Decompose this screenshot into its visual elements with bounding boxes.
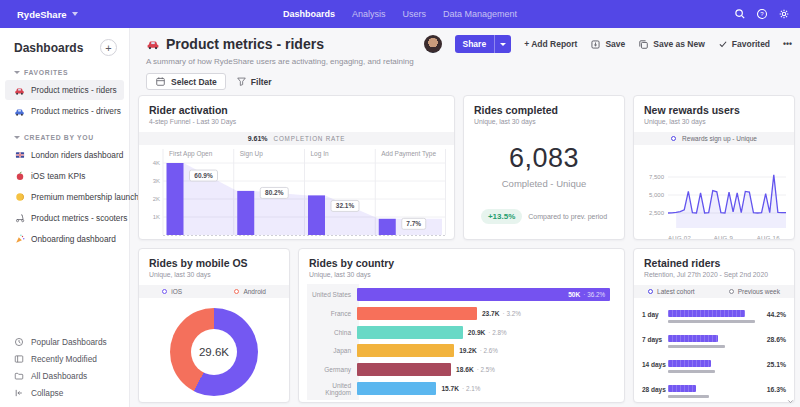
sidebar-footer-all-dashboards[interactable]: All Dashboards [0, 367, 129, 384]
sidebar-item-product-metrics-scooters[interactable]: Product metrics - scooters [5, 208, 124, 228]
share-dropdown-caret[interactable] [494, 35, 511, 53]
retention-row-1-day[interactable]: 1 day44.2% [642, 310, 786, 326]
retention-chart[interactable]: 1 day44.2%7 days28.6%14 days25.1%28 days… [634, 304, 794, 403]
save-label: Save [605, 39, 625, 49]
bar[interactable] [357, 307, 477, 320]
sidebar-item-premium-membership-launch[interactable]: Premium membership launch [5, 187, 124, 207]
nav-icons: ? [733, 0, 790, 28]
nav-tab-dashboards[interactable]: Dashboards [283, 9, 335, 19]
sidebar-item-onboarding-dashboard[interactable]: Onboarding dashboard [5, 229, 124, 249]
nav-tab-users[interactable]: Users [402, 9, 426, 19]
nav-tab-analysis[interactable]: Analysis [352, 9, 386, 19]
series-ring-icon [671, 136, 676, 141]
country-row-japan[interactable]: Japan19.2K· 2.6% [307, 344, 498, 357]
cohort-label: 28 days [642, 386, 666, 393]
sidebar-footer-recently-modified[interactable]: Recently Modified [0, 350, 129, 367]
donut-chart[interactable]: 29.6K [170, 308, 258, 396]
scroll-chevron-icon[interactable] [786, 397, 795, 406]
previous-week-bar[interactable] [668, 395, 709, 398]
nav-tab-data-management[interactable]: Data Management [443, 9, 517, 19]
funnel-chart[interactable]: 4K3K2K1KFirst App OpenSign UpLog InAdd P… [139, 145, 454, 239]
svg-text:7,500: 7,500 [649, 174, 665, 180]
footer-item-label: All Dashboards [31, 371, 87, 381]
sidebar: Dashboards + FAVORITESProduct metrics - … [0, 28, 130, 407]
country-row-united-kingdom[interactable]: United Kingdom15.7K· 2.1% [307, 382, 480, 395]
scooter-icon [14, 213, 25, 224]
svg-text:AUG 9: AUG 9 [714, 235, 734, 240]
sidebar-item-ios-team-kpis[interactable]: iOS team KPIs [5, 166, 124, 186]
previous-week-bar[interactable] [668, 320, 755, 323]
save-as-new-button[interactable]: Save as New [638, 39, 705, 50]
collapse-icon [14, 388, 24, 398]
retention-value: 16.3% [767, 386, 786, 393]
country-bar-chart[interactable]: United States50K· 36.2%France23.7K· 3.2%… [299, 284, 624, 403]
cohort-label: 1 day [642, 311, 659, 318]
retention-legend: Latest cohortPrevious week [634, 285, 794, 298]
completion-rate-value: 9.61% [248, 135, 268, 142]
pct-label: · 36.2% [583, 291, 605, 298]
save-button[interactable]: Save [590, 39, 625, 50]
legend-ios[interactable]: iOS [162, 288, 182, 295]
bar[interactable] [357, 363, 451, 376]
legend-label: iOS [171, 288, 182, 295]
previous-week-bar[interactable] [668, 345, 725, 348]
add-dashboard-button[interactable]: + [100, 39, 117, 56]
donut-hole: 29.6K [191, 329, 237, 375]
country-row-france[interactable]: France23.7K· 3.2% [307, 307, 521, 320]
sidebar-section-created-by-you[interactable]: CREATED BY YOU [14, 134, 129, 141]
gear-icon[interactable] [777, 8, 790, 21]
value-label: 20.9K [468, 329, 486, 336]
card-subtitle: Unique, last 30 days [149, 271, 279, 278]
sidebar-footer-popular-dashboards[interactable]: Popular Dashboards [0, 333, 129, 350]
more-button[interactable]: ••• [783, 39, 792, 49]
search-icon[interactable] [733, 8, 746, 21]
retention-row-28-days[interactable]: 28 days16.3% [642, 385, 786, 401]
completion-rate-banner: 9.61% COMPLETION RATE [139, 132, 454, 145]
card-title: Rides completed [474, 104, 614, 116]
help-icon[interactable]: ? [755, 8, 768, 21]
latest-cohort-bar[interactable] [668, 360, 711, 367]
latest-cohort-bar[interactable] [668, 385, 696, 392]
add-report-button[interactable]: + Add Report [524, 39, 577, 49]
card-title: Rider activation [149, 104, 444, 116]
latest-cohort-bar[interactable] [668, 335, 718, 342]
legend-latest-cohort[interactable]: Latest cohort [648, 288, 695, 295]
legend-previous-week[interactable]: Previous week [729, 288, 780, 295]
bar-value: 50K· 36.2% [568, 288, 605, 301]
select-date-button[interactable]: Select Date [146, 73, 226, 90]
bar[interactable] [357, 326, 463, 339]
main-content: Product metrics - riders A summary of ho… [130, 28, 800, 407]
sidebar-item-product-metrics-drivers[interactable]: Product metrics - drivers [5, 101, 124, 121]
retention-row-14-days[interactable]: 14 days25.1% [642, 360, 786, 376]
donut-legend: iOSAndroid [139, 285, 289, 298]
filter-label: Filter [251, 77, 272, 87]
share-button[interactable]: Share [455, 35, 512, 53]
bar[interactable] [357, 344, 454, 357]
legend-android[interactable]: Android [234, 288, 265, 295]
svg-text:80.2%: 80.2% [265, 189, 284, 196]
car-icon [146, 37, 160, 51]
line-legend: Rewards sign up - Unique [634, 132, 794, 145]
category-label: Germany [307, 366, 357, 373]
sidebar-footer-collapse[interactable]: Collapse [0, 384, 129, 401]
sidebar-section-favorites[interactable]: FAVORITES [14, 69, 129, 76]
retention-row-7-days[interactable]: 7 days28.6% [642, 335, 786, 351]
favorited-button[interactable]: Favorited [718, 39, 770, 49]
chevron-down-icon [14, 136, 20, 139]
sidebar-item-london-riders-dashboard[interactable]: London riders dashboard [5, 145, 124, 165]
line-chart[interactable]: 7,5005,0002,500AUG 02AUG 9AUG 16 [634, 145, 794, 240]
select-date-label: Select Date [171, 77, 217, 87]
avatar[interactable] [424, 35, 442, 53]
sidebar-item-product-metrics-riders[interactable]: Product metrics - riders [5, 80, 124, 100]
latest-cohort-bar[interactable] [668, 310, 745, 317]
previous-week-bar[interactable] [668, 370, 715, 373]
svg-text:?: ? [760, 11, 764, 17]
country-row-germany[interactable]: Germany18.6K· 2.5% [307, 363, 495, 376]
bar[interactable]: 50K· 36.2% [357, 288, 610, 301]
bar[interactable] [357, 382, 436, 395]
filter-button[interactable]: Filter [236, 73, 272, 90]
cohort-label: 14 days [642, 361, 666, 368]
country-row-united-states[interactable]: United States50K· 36.2% [307, 288, 610, 301]
value-label: 15.7K [441, 385, 459, 392]
country-row-china[interactable]: China20.9K· 2.8% [307, 326, 507, 339]
